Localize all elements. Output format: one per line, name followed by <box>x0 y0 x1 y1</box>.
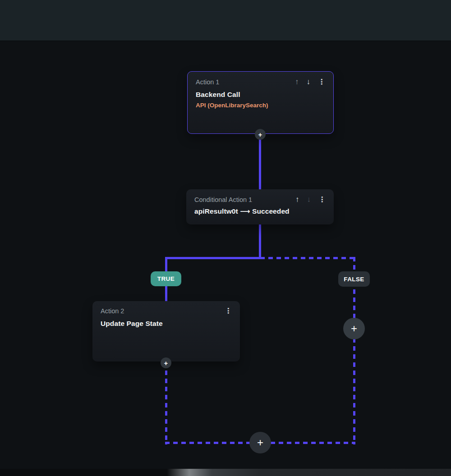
add-action-after-action2-button[interactable]: + <box>161 357 171 368</box>
connector-branch-false-horizontal <box>260 257 355 259</box>
node-conditional-action-1[interactable]: Conditional Action 1 ↑ ↓ ⋮ apiResultw0t … <box>186 189 334 224</box>
horizontal-scrollbar[interactable] <box>0 469 451 476</box>
node-action-1-label: Action 1 <box>196 78 219 86</box>
node-conditional-controls: ↑ ↓ ⋮ <box>295 196 326 203</box>
move-down-icon[interactable]: ↓ <box>307 196 311 203</box>
top-toolbar <box>0 0 451 41</box>
connector-conditional-down <box>259 224 261 259</box>
node-action-1[interactable]: Action 1 ↑ ↓ ⋮ Backend Call API (OpenLib… <box>187 71 334 134</box>
connector-action1-to-conditional <box>259 133 261 191</box>
move-up-icon[interactable]: ↑ <box>295 196 299 203</box>
kebab-menu-icon[interactable]: ⋮ <box>318 78 325 86</box>
connector-branch-true-horizontal <box>165 257 261 259</box>
node-action-1-header: Action 1 ↑ ↓ ⋮ <box>196 78 325 86</box>
node-conditional-label: Conditional Action 1 <box>194 196 252 203</box>
node-action-2-label: Action 2 <box>101 307 124 315</box>
branch-false-badge: FALSE <box>338 271 370 287</box>
kebab-menu-icon[interactable]: ⋮ <box>225 307 232 315</box>
node-action-1-title: Backend Call <box>196 91 325 99</box>
node-conditional-header: Conditional Action 1 ↑ ↓ ⋮ <box>194 196 326 203</box>
add-action-merge-button[interactable]: + <box>249 432 271 453</box>
workflow-canvas[interactable]: Action 1 ↑ ↓ ⋮ Backend Call API (OpenLib… <box>0 0 451 476</box>
node-action-1-subtitle: API (OpenLibrarySearch) <box>196 102 325 109</box>
move-down-icon[interactable]: ↓ <box>307 78 311 86</box>
node-action-1-controls: ↑ ↓ ⋮ <box>295 78 325 86</box>
add-action-false-branch-button[interactable]: + <box>343 318 365 339</box>
add-action-after-action1-button[interactable]: + <box>255 129 266 140</box>
node-action-2-controls: ⋮ <box>225 307 232 315</box>
branch-true-badge: TRUE <box>151 271 181 286</box>
node-conditional-title: apiResultw0t ⟶ Succeeded <box>194 207 326 215</box>
node-action-2[interactable]: Action 2 ⋮ Update Page State <box>92 301 240 362</box>
connector-action2-down <box>165 362 167 444</box>
kebab-menu-icon[interactable]: ⋮ <box>318 196 326 203</box>
node-action-2-header: Action 2 ⋮ <box>101 307 232 315</box>
move-up-icon[interactable]: ↑ <box>295 78 299 86</box>
node-action-2-title: Update Page State <box>101 320 232 328</box>
